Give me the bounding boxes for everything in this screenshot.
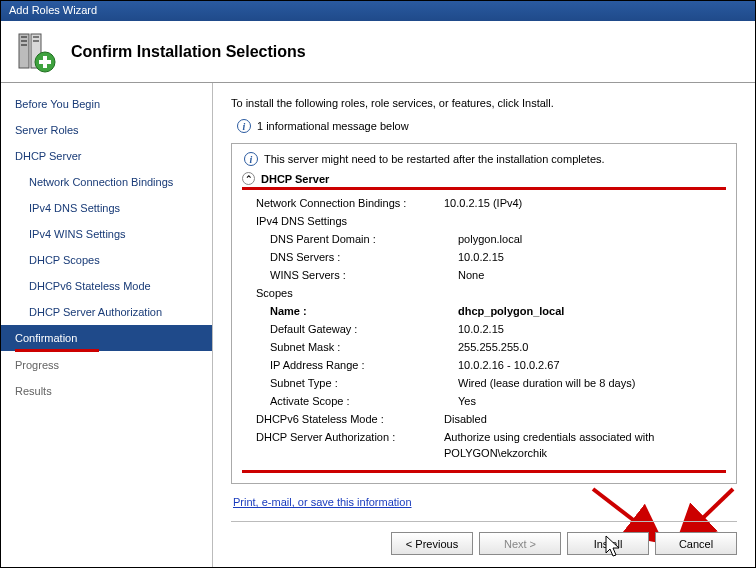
wizard-button-row: < Previous Next > Install Cancel bbox=[231, 521, 737, 555]
config-key: IP Address Range : bbox=[270, 357, 458, 373]
sidebar-item-label: Server Roles bbox=[15, 124, 79, 136]
config-key: Name : bbox=[270, 303, 458, 319]
window-title: Add Roles Wizard bbox=[9, 4, 97, 16]
wizard-header: Confirm Installation Selections bbox=[1, 21, 755, 83]
config-key: Activate Scope : bbox=[270, 393, 458, 409]
config-value: dhcp_polygon_local bbox=[458, 303, 726, 319]
config-key: WINS Servers : bbox=[270, 267, 458, 283]
instruction-text: To install the following roles, role ser… bbox=[231, 97, 737, 109]
chevron-up-icon: ⌃ bbox=[242, 172, 255, 185]
config-value: 255.255.255.0 bbox=[458, 339, 726, 355]
config-key: DHCP Server Authorization : bbox=[256, 429, 444, 461]
info-message-row: i 1 informational message below bbox=[231, 119, 737, 133]
svg-rect-2 bbox=[21, 40, 27, 42]
confirmation-details-box: i This server might need to be restarted… bbox=[231, 143, 737, 484]
config-value bbox=[444, 285, 726, 301]
config-row: DHCP Server Authorization :Authorize usi… bbox=[242, 428, 726, 462]
sidebar-item-label: DHCP Server bbox=[15, 150, 81, 162]
config-row: Default Gateway :10.0.2.15 bbox=[242, 320, 726, 338]
config-key: Subnet Type : bbox=[270, 375, 458, 391]
sidebar-item-dhcp-authorization[interactable]: DHCP Server Authorization bbox=[1, 299, 212, 325]
sidebar-item-server-roles[interactable]: Server Roles bbox=[1, 117, 212, 143]
config-row: Name :dhcp_polygon_local bbox=[242, 302, 726, 320]
sidebar-item-ipv4-dns[interactable]: IPv4 DNS Settings bbox=[1, 195, 212, 221]
sidebar-item-label: DHCP Scopes bbox=[29, 254, 100, 266]
config-value: Disabled bbox=[444, 411, 726, 427]
annotation-bar bbox=[242, 470, 726, 473]
config-value: 10.0.2.15 bbox=[458, 249, 726, 265]
cancel-button[interactable]: Cancel bbox=[655, 532, 737, 555]
sidebar-item-label: Before You Begin bbox=[15, 98, 100, 110]
sidebar-item-label: DHCPv6 Stateless Mode bbox=[29, 280, 151, 292]
svg-rect-6 bbox=[33, 40, 39, 42]
svg-rect-0 bbox=[19, 34, 29, 68]
window-titlebar: Add Roles Wizard bbox=[1, 1, 755, 21]
next-button: Next > bbox=[479, 532, 561, 555]
config-key: Subnet Mask : bbox=[270, 339, 458, 355]
role-header: DHCP Server bbox=[261, 173, 329, 185]
sidebar-item-label: Results bbox=[15, 385, 52, 397]
info-icon: i bbox=[237, 119, 251, 133]
role-header-row[interactable]: ⌃ DHCP Server bbox=[242, 172, 726, 185]
print-email-save-link[interactable]: Print, e-mail, or save this information bbox=[231, 492, 412, 512]
sidebar-item-label: DHCP Server Authorization bbox=[29, 306, 162, 318]
config-value: 10.0.2.15 bbox=[458, 321, 726, 337]
config-row: Scopes bbox=[242, 284, 726, 302]
wizard-sidebar: Before You Begin Server Roles DHCP Serve… bbox=[1, 83, 213, 567]
sidebar-item-label: IPv4 WINS Settings bbox=[29, 228, 126, 240]
config-key: DNS Parent Domain : bbox=[270, 231, 458, 247]
config-key: IPv4 DNS Settings bbox=[256, 213, 444, 229]
config-row: Subnet Mask :255.255.255.0 bbox=[242, 338, 726, 356]
config-row: IPv4 DNS Settings bbox=[242, 212, 726, 230]
sidebar-item-before-you-begin[interactable]: Before You Begin bbox=[1, 91, 212, 117]
annotation-bar bbox=[242, 187, 726, 190]
config-row: DNS Parent Domain :polygon.local bbox=[242, 230, 726, 248]
sidebar-item-confirmation[interactable]: Confirmation bbox=[1, 325, 212, 351]
config-value bbox=[444, 213, 726, 229]
config-key: DHCPv6 Stateless Mode : bbox=[256, 411, 444, 427]
sidebar-item-label: Network Connection Bindings bbox=[29, 176, 173, 188]
sidebar-item-network-bindings[interactable]: Network Connection Bindings bbox=[1, 169, 212, 195]
page-title: Confirm Installation Selections bbox=[71, 43, 306, 61]
install-button[interactable]: Install bbox=[567, 532, 649, 555]
wizard-main-panel: To install the following roles, role ser… bbox=[213, 83, 755, 567]
config-value: 10.0.2.15 (IPv4) bbox=[444, 195, 726, 211]
config-row: Activate Scope :Yes bbox=[242, 392, 726, 410]
config-row: DNS Servers :10.0.2.15 bbox=[242, 248, 726, 266]
config-value: Wired (lease duration will be 8 days) bbox=[458, 375, 726, 391]
svg-rect-9 bbox=[39, 60, 51, 64]
config-value: Authorize using credentials associated w… bbox=[444, 429, 726, 461]
sidebar-item-ipv4-wins[interactable]: IPv4 WINS Settings bbox=[1, 221, 212, 247]
server-role-icon bbox=[13, 30, 57, 74]
config-value: Yes bbox=[458, 393, 726, 409]
info-message: 1 informational message below bbox=[257, 120, 409, 132]
sidebar-item-label: Confirmation bbox=[15, 332, 77, 344]
sidebar-item-results: Results bbox=[1, 378, 212, 404]
sidebar-item-label: IPv4 DNS Settings bbox=[29, 202, 120, 214]
config-row: IP Address Range :10.0.2.16 - 10.0.2.67 bbox=[242, 356, 726, 374]
config-key: DNS Servers : bbox=[270, 249, 458, 265]
config-value: None bbox=[458, 267, 726, 283]
config-key: Default Gateway : bbox=[270, 321, 458, 337]
info-icon: i bbox=[244, 152, 258, 166]
config-key: Network Connection Bindings : bbox=[256, 195, 444, 211]
sidebar-item-dhcpv6-stateless[interactable]: DHCPv6 Stateless Mode bbox=[1, 273, 212, 299]
restart-warning-row: i This server might need to be restarted… bbox=[242, 152, 726, 166]
config-key: Scopes bbox=[256, 285, 444, 301]
sidebar-item-label: Progress bbox=[15, 359, 59, 371]
svg-rect-1 bbox=[21, 36, 27, 38]
previous-button[interactable]: < Previous bbox=[391, 532, 473, 555]
sidebar-item-dhcp-server[interactable]: DHCP Server bbox=[1, 143, 212, 169]
sidebar-item-dhcp-scopes[interactable]: DHCP Scopes bbox=[1, 247, 212, 273]
config-value: 10.0.2.16 - 10.0.2.67 bbox=[458, 357, 726, 373]
sidebar-item-progress: Progress bbox=[1, 352, 212, 378]
config-row: DHCPv6 Stateless Mode :Disabled bbox=[242, 410, 726, 428]
restart-warning: This server might need to be restarted a… bbox=[264, 153, 605, 165]
svg-rect-3 bbox=[21, 44, 27, 46]
config-row: Network Connection Bindings :10.0.2.15 (… bbox=[242, 194, 726, 212]
config-row: WINS Servers :None bbox=[242, 266, 726, 284]
config-value: polygon.local bbox=[458, 231, 726, 247]
config-row: Subnet Type :Wired (lease duration will … bbox=[242, 374, 726, 392]
svg-rect-5 bbox=[33, 36, 39, 38]
config-summary-list: Network Connection Bindings :10.0.2.15 (… bbox=[242, 194, 726, 462]
